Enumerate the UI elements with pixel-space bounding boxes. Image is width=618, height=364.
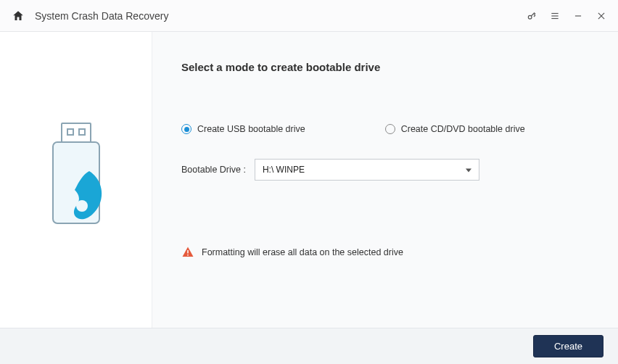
footer-bar: Create [0,328,618,364]
bootable-drive-row: Bootable Drive : H:\ WINPE [181,159,589,181]
page-heading: Select a mode to create bootable drive [181,61,589,73]
sidebar-illustration [0,32,152,328]
svg-rect-13 [187,255,189,256]
radio-cddvd[interactable]: Create CD/DVD bootable drive [385,124,525,134]
home-icon[interactable] [12,9,25,22]
radio-usb[interactable]: Create USB bootable drive [181,124,305,134]
warning-icon [181,246,194,259]
bootable-drive-select[interactable]: H:\ WINPE [255,159,479,181]
main-panel: Select a mode to create bootable drive C… [152,32,618,328]
radio-cddvd-label: Create CD/DVD bootable drive [401,124,525,134]
svg-point-11 [76,200,88,212]
key-icon[interactable] [527,11,537,21]
warning-row: Formatting will erase all data on the se… [181,246,589,259]
svg-rect-7 [62,123,91,142]
svg-rect-8 [67,129,73,135]
radio-dot-icon [181,124,191,134]
radio-empty-icon [385,124,395,134]
svg-rect-12 [187,250,189,254]
menu-icon[interactable] [550,11,560,21]
create-button[interactable]: Create [533,335,603,357]
radio-usb-label: Create USB bootable drive [197,124,305,134]
warning-text: Formatting will erase all data on the se… [202,247,403,257]
svg-rect-9 [79,129,85,135]
mode-radio-group: Create USB bootable drive Create CD/DVD … [181,124,589,134]
close-icon[interactable] [596,11,606,21]
bootable-drive-label: Bootable Drive : [181,165,246,175]
bootable-drive-value: H:\ WINPE [263,165,305,175]
window-title: System Crash Data Recovery [35,10,168,22]
titlebar: System Crash Data Recovery [0,0,618,32]
window-controls [527,11,606,21]
svg-point-0 [528,15,532,19]
usb-drive-icon [40,122,112,238]
minimize-icon[interactable] [573,11,583,21]
